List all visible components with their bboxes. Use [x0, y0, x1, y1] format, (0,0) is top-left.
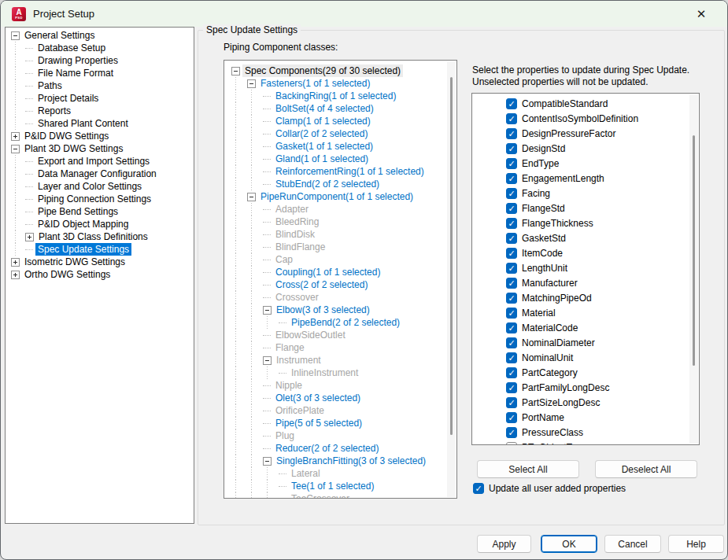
- checkbox-checked-icon[interactable]: ✓: [506, 128, 517, 139]
- collapse-icon[interactable]: [11, 145, 20, 153]
- checkbox-checked-icon[interactable]: ✓: [506, 322, 517, 333]
- property-row[interactable]: ✓PressureClass: [472, 425, 699, 440]
- property-row[interactable]: ✓PartFamilyLongDesc: [472, 380, 699, 395]
- checkbox-checked-icon[interactable]: ✓: [506, 293, 517, 304]
- tree-item-label[interactable]: Olet(3 of 3 selected): [273, 392, 363, 404]
- tree-item-label[interactable]: Nipple: [273, 379, 305, 392]
- checkbox-checked-icon[interactable]: ✓: [506, 263, 517, 274]
- collapse-icon[interactable]: [247, 193, 256, 201]
- property-row[interactable]: ✓CompatibleStandard: [472, 96, 699, 111]
- nav-tree-item[interactable]: Export and Import Settings: [6, 155, 194, 168]
- checkbox-checked-icon[interactable]: ✓: [506, 352, 517, 363]
- property-row[interactable]: ✓EngagementLength: [472, 171, 699, 186]
- tree-item-label[interactable]: Ortho DWG Settings: [22, 268, 113, 281]
- component-class-item[interactable]: BoltSet(4 of 4 selected): [224, 102, 456, 115]
- collapse-icon[interactable]: [231, 67, 240, 76]
- property-row[interactable]: ✓GasketStd: [472, 230, 699, 245]
- tree-item-label[interactable]: Gasket(1 of 1 selected): [273, 140, 375, 153]
- component-class-item[interactable]: TeeCrossover: [224, 492, 456, 499]
- component-class-item[interactable]: Olet(3 of 3 selected): [224, 392, 456, 404]
- tree-item-label[interactable]: Piping Connection Settings: [35, 193, 153, 205]
- component-class-item[interactable]: Elbow(3 of 3 selected): [224, 304, 456, 316]
- property-row[interactable]: ✓FlangeThickness: [472, 216, 699, 230]
- tree-item-label[interactable]: BoltSet(4 of 4 selected): [273, 102, 376, 115]
- component-class-item[interactable]: BleedRing: [224, 216, 456, 228]
- nav-tree-item[interactable]: File Name Format: [6, 67, 194, 79]
- tree-item-label[interactable]: Instrument: [274, 354, 323, 367]
- tree-item-label[interactable]: Lateral: [289, 467, 323, 480]
- nav-tree-item[interactable]: Drawing Properties: [6, 54, 194, 67]
- tree-item-label[interactable]: Spec Update Settings: [35, 243, 131, 256]
- tree-item-label[interactable]: Drawing Properties: [35, 54, 120, 67]
- nav-tree-item[interactable]: Data Manager Configuration: [6, 168, 194, 180]
- tree-item-label[interactable]: BleedRing: [273, 216, 321, 228]
- nav-tree-item[interactable]: Isometric DWG Settings: [6, 256, 194, 268]
- checkbox-checked-icon[interactable]: ✓: [506, 412, 517, 423]
- tree-item-label[interactable]: OrificePlate: [273, 404, 327, 417]
- component-class-item[interactable]: Collar(2 of 2 selected): [224, 127, 456, 140]
- tree-item-label[interactable]: Plug: [273, 429, 297, 442]
- update-all-checkbox[interactable]: ✓: [473, 483, 484, 494]
- tree-item-label[interactable]: Collar(2 of 2 selected): [273, 127, 370, 140]
- nav-tree-item[interactable]: General Settings: [6, 29, 194, 42]
- component-class-item[interactable]: PipeRunComponent(1 of 1 selected): [224, 190, 456, 203]
- checkbox-checked-icon[interactable]: ✓: [506, 397, 517, 408]
- property-row[interactable]: ✓MatchingPipeOd: [472, 290, 699, 305]
- checkbox-checked-icon[interactable]: ✓: [506, 203, 517, 214]
- tree-item-label[interactable]: Tee(1 of 1 selected): [289, 480, 376, 492]
- component-class-item[interactable]: ReinforcementRing(1 of 1 selected): [224, 165, 456, 178]
- tree-item-label[interactable]: ElbowSideOutlet: [273, 329, 348, 341]
- nav-tree-item[interactable]: Shared Plant Content: [6, 117, 194, 130]
- tree-item-label[interactable]: Gland(1 of 1 selected): [273, 153, 371, 165]
- checkbox-checked-icon[interactable]: ✓: [506, 113, 517, 124]
- component-class-item[interactable]: Spec Components(29 of 30 selected): [224, 64, 456, 77]
- component-class-item[interactable]: Cross(2 of 2 selected): [224, 278, 456, 291]
- tree-item-label[interactable]: ReinforcementRing(1 of 1 selected): [273, 165, 427, 178]
- nav-tree-item[interactable]: Project Details: [6, 92, 194, 105]
- tree-item-label[interactable]: Pipe Bend Settings: [35, 205, 120, 218]
- deselect-all-button[interactable]: Deselect All: [595, 460, 697, 478]
- component-class-item[interactable]: Adapter: [224, 203, 456, 216]
- tree-item-label[interactable]: Database Setup: [35, 42, 108, 54]
- checkbox-checked-icon[interactable]: ✓: [506, 173, 517, 184]
- tree-item-label[interactable]: Shared Plant Content: [35, 117, 131, 130]
- component-class-item[interactable]: Plug: [224, 429, 456, 442]
- property-row[interactable]: ✓ItemCode: [472, 245, 699, 260]
- component-class-item[interactable]: Crossover: [224, 291, 456, 304]
- component-class-item[interactable]: StubEnd(2 of 2 selected): [224, 178, 456, 190]
- nav-tree-item[interactable]: Reports: [6, 105, 194, 117]
- component-class-item[interactable]: Nipple: [224, 379, 456, 392]
- collapse-icon[interactable]: [263, 356, 272, 365]
- property-row[interactable]: ✓Manufacturer: [472, 275, 699, 290]
- checkbox-checked-icon[interactable]: ✓: [506, 337, 517, 348]
- component-class-item[interactable]: Gland(1 of 1 selected): [224, 153, 456, 165]
- component-class-item[interactable]: BlindDisk: [224, 228, 456, 241]
- tree-item-label[interactable]: General Settings: [22, 29, 97, 42]
- tree-item-label[interactable]: P&ID Object Mapping: [35, 218, 131, 230]
- tree-item-label[interactable]: Paths: [35, 79, 65, 92]
- nav-tree-item[interactable]: Pipe Bend Settings: [6, 205, 194, 218]
- component-class-item[interactable]: Reducer(2 of 2 selected): [224, 442, 456, 455]
- tree-item-label[interactable]: Layer and Color Settings: [35, 180, 144, 193]
- checkbox-checked-icon[interactable]: ✓: [506, 98, 517, 109]
- tree-item-label[interactable]: Reducer(2 of 2 selected): [273, 442, 381, 455]
- select-all-button[interactable]: Select All: [477, 460, 579, 478]
- nav-tree-item[interactable]: Layer and Color Settings: [6, 180, 194, 193]
- tree-item-label[interactable]: PipeBend(2 of 2 selected): [289, 316, 402, 329]
- component-class-item[interactable]: Coupling(1 of 1 selected): [224, 266, 456, 278]
- component-class-item[interactable]: Cap: [224, 253, 456, 266]
- close-icon[interactable]: ✕: [689, 5, 713, 23]
- checkbox-checked-icon[interactable]: ✓: [506, 233, 517, 244]
- component-class-item[interactable]: Lateral: [224, 467, 456, 480]
- tree-item-label[interactable]: TeeCrossover: [289, 492, 352, 499]
- component-class-item[interactable]: Clamp(1 of 1 selected): [224, 115, 456, 127]
- tree-item-label[interactable]: Flange: [273, 341, 307, 354]
- tree-item-label[interactable]: Crossover: [273, 291, 321, 304]
- checkbox-checked-icon[interactable]: ✓: [506, 158, 517, 169]
- tree-item-label[interactable]: Pipe(5 of 5 selected): [273, 417, 364, 429]
- tree-item-label[interactable]: InlineInstrument: [289, 367, 360, 379]
- expand-icon[interactable]: [11, 271, 20, 279]
- checkbox-checked-icon[interactable]: ✓: [506, 248, 517, 259]
- tree-item-label[interactable]: Elbow(3 of 3 selected): [274, 304, 372, 316]
- nav-tree-item[interactable]: Piping Connection Settings: [6, 193, 194, 205]
